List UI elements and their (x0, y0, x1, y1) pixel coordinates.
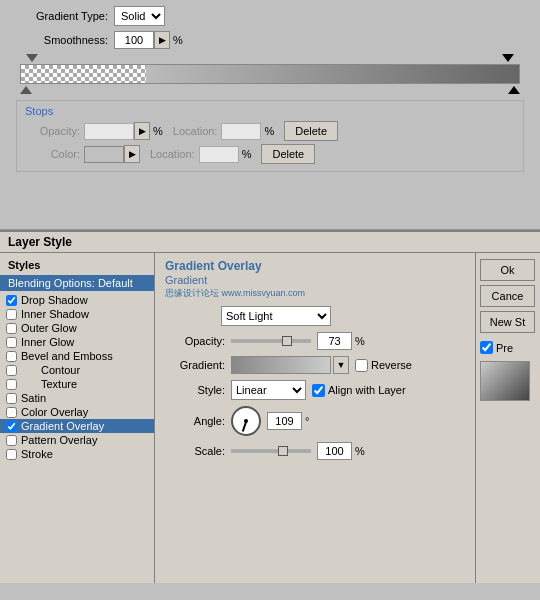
style-label-5: Contour (41, 364, 80, 376)
stops-location-input2[interactable] (199, 146, 239, 163)
style-checkbox-0[interactable] (6, 295, 17, 306)
scale-row: Scale: 100 % (165, 442, 465, 460)
gradient-preview[interactable] (231, 356, 331, 374)
stops-opacity-row: Opacity: ▶ % Location: % Delete (25, 121, 515, 141)
align-checkbox[interactable] (312, 384, 325, 397)
watermark: 思缘设计论坛 www.missvyuan.com (165, 287, 465, 300)
style-item-gradient-overlay[interactable]: Gradient Overlay (0, 419, 154, 433)
style-checkbox-7[interactable] (6, 393, 17, 404)
cancel-button[interactable]: Cance (480, 285, 535, 307)
stops-opacity-pct: % (153, 125, 163, 137)
style-label-8: Color Overlay (21, 406, 88, 418)
style-item-color-overlay[interactable]: Color Overlay (0, 405, 154, 419)
opacity-label: Opacity: (165, 335, 225, 347)
style-checkbox-5[interactable] (6, 365, 17, 376)
stops-location-label1: Location: (173, 125, 218, 137)
style-row: Style: Linear Align with Layer (165, 380, 465, 400)
stops-location-pct2: % (242, 148, 252, 160)
blend-mode-select[interactable]: Soft Light (221, 306, 331, 326)
scale-pct: % (355, 445, 365, 457)
stop-triangle-color-right[interactable] (508, 86, 520, 94)
style-checkbox-9[interactable] (6, 421, 17, 432)
overlay-subtitle: Gradient (165, 274, 465, 286)
stops-color-label: Color: (25, 148, 80, 160)
style-item-drop-shadow[interactable]: Drop Shadow (0, 293, 154, 307)
style-item-inner-shadow[interactable]: Inner Shadow (0, 307, 154, 321)
gradient-editor-panel: Gradient Type: Solid Smoothness: 100 ▶ %… (0, 0, 540, 230)
ok-button[interactable]: Ok (480, 259, 535, 281)
scale-value[interactable]: 100 (317, 442, 352, 460)
style-item-inner-glow[interactable]: Inner Glow (0, 335, 154, 349)
stops-location-label2: Location: (150, 148, 195, 160)
pre-checkbox[interactable] (480, 341, 493, 354)
gradient-type-select[interactable]: Solid (114, 6, 165, 26)
gradient-row: Gradient: ▼ Reverse (165, 356, 465, 374)
angle-value[interactable]: 109 (267, 412, 302, 430)
stops-delete-btn1[interactable]: Delete (284, 121, 338, 141)
stops-delete-btn2[interactable]: Delete (261, 144, 315, 164)
style-item-bevel-and-emboss[interactable]: Bevel and Emboss (0, 349, 154, 363)
smoothness-input[interactable]: 100 (114, 31, 154, 49)
right-buttons-panel: Ok Cance New St Pre (475, 253, 540, 583)
style-item-outer-glow[interactable]: Outer Glow (0, 321, 154, 335)
style-select[interactable]: Linear (231, 380, 306, 400)
style-checkbox-3[interactable] (6, 337, 17, 348)
style-checkbox-10[interactable] (6, 435, 17, 446)
opacity-value[interactable]: 73 (317, 332, 352, 350)
opacity-row: Opacity: 73 % (165, 332, 465, 350)
style-checkbox-2[interactable] (6, 323, 17, 334)
align-label: Align with Layer (312, 384, 406, 397)
stops-opacity-arrow[interactable]: ▶ (134, 122, 150, 140)
style-item-satin[interactable]: Satin (0, 391, 154, 405)
gradient-arrow-btn[interactable]: ▼ (333, 356, 349, 374)
smoothness-label: Smoothness: (8, 34, 108, 46)
style-checkbox-4[interactable] (6, 351, 17, 362)
stop-triangle-opacity-right[interactable] (502, 54, 514, 62)
stops-title: Stops (25, 105, 515, 117)
style-label-1: Inner Shadow (21, 308, 89, 320)
style-checkbox-6[interactable] (6, 379, 17, 390)
style-checkbox-8[interactable] (6, 407, 17, 418)
style-label-11: Stroke (21, 448, 53, 460)
stops-location-pct1: % (264, 125, 274, 137)
gradient-bar-container[interactable] (20, 64, 520, 84)
stops-color-arrow[interactable]: ▶ (124, 145, 140, 163)
angle-label: Angle: (165, 415, 225, 427)
reverse-checkbox[interactable] (355, 359, 368, 372)
reverse-text: Reverse (371, 359, 412, 371)
style-label-7: Satin (21, 392, 46, 404)
gradient-area (16, 54, 524, 94)
angle-line (242, 422, 247, 432)
smoothness-pct: % (173, 34, 183, 46)
angle-row: Angle: 109 ° (165, 406, 465, 436)
stop-triangle-opacity-left[interactable] (26, 54, 38, 62)
scale-label: Scale: (165, 445, 225, 457)
blending-options-item[interactable]: Blending Options: Default (0, 275, 154, 291)
styles-panel: Styles Blending Options: Default Drop Sh… (0, 253, 155, 583)
stops-opacity-input[interactable] (84, 123, 134, 140)
stops-group: Stops Opacity: ▶ % Location: % Delete Co… (16, 100, 524, 172)
smoothness-arrow-btn[interactable]: ▶ (154, 31, 170, 49)
overlay-title: Gradient Overlay (165, 259, 465, 273)
angle-deg: ° (305, 415, 309, 427)
style-checkbox-1[interactable] (6, 309, 17, 320)
angle-dial[interactable] (231, 406, 261, 436)
scale-slider[interactable] (231, 449, 311, 453)
gradient-stop-bottom (16, 86, 524, 94)
opacity-slider[interactable] (231, 339, 311, 343)
stops-color-swatch[interactable] (84, 146, 124, 163)
stops-location-input1[interactable] (221, 123, 261, 140)
stop-triangle-color-left[interactable] (20, 86, 32, 94)
style-item-pattern-overlay[interactable]: Pattern Overlay (0, 433, 154, 447)
style-item-contour[interactable]: Contour (0, 363, 154, 377)
style-item-stroke[interactable]: Stroke (0, 447, 154, 461)
styles-panel-header: Styles (0, 257, 154, 273)
style-item-texture[interactable]: Texture (0, 377, 154, 391)
new-style-button[interactable]: New St (480, 311, 535, 333)
pre-label: Pre (480, 341, 536, 354)
settings-panel: Gradient Overlay Gradient 思缘设计论坛 www.mis… (155, 253, 475, 583)
pre-text: Pre (496, 342, 513, 354)
align-text: Align with Layer (328, 384, 406, 396)
style-checkbox-11[interactable] (6, 449, 17, 460)
style-label-10: Pattern Overlay (21, 434, 97, 446)
